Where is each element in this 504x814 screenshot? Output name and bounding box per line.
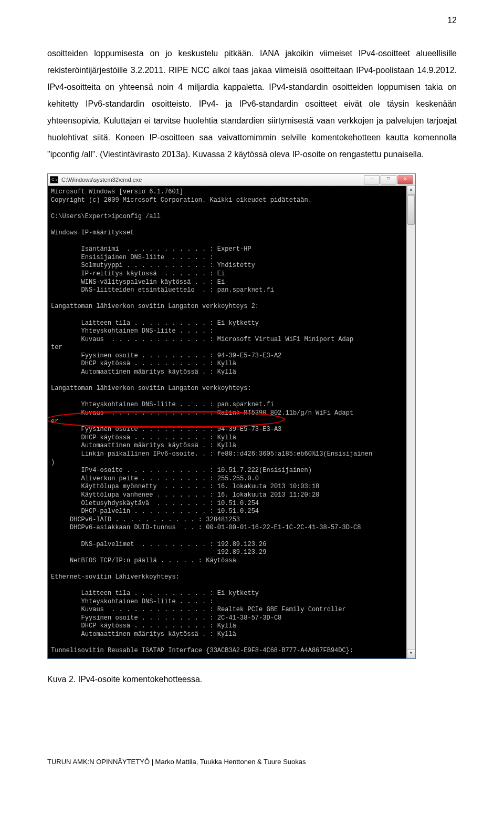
cmd-label: Käyttölupa vanhenee . . . . . . . : <box>51 491 217 499</box>
cmd-label: Yhteyskohtainen DNS-liite . . . . : <box>51 401 217 408</box>
cmd-value: 2C-41-38-57-3D-C8 <box>217 614 281 622</box>
cmd-value: Käytössä <box>206 557 236 564</box>
cmd-titlebar[interactable]: C:\ C:\Windows\system32\cmd.exe — □ ✕ <box>48 174 415 186</box>
cmd-label: Fyysinen osoite . . . . . . . . . : <box>51 426 217 433</box>
cmd-label: DHCP-palvelin . . . . . . . . . . : <box>51 508 217 515</box>
cmd-title-text: C:\Windows\system32\cmd.exe <box>61 176 142 183</box>
cmd-label: Laitteen tila . . . . . . . . . . : <box>51 320 217 327</box>
cmd-label: WINS-välityspalvelin käytössä . . : <box>51 279 217 286</box>
cmd-line: C:\Users\Expert>ipconfig /all <box>51 213 161 220</box>
cmd-value: Kyllä <box>217 360 236 367</box>
cmd-label: Kuvaus . . . . . . . . . . . . . : <box>51 336 217 343</box>
cmd-output: Microsoft Windows [versio 6.1.7601] Copy… <box>48 186 415 658</box>
cmd-label: Linkin paikallinen IPv6-osoite. . : <box>51 450 217 458</box>
cmd-label: Automaattinen määritys käytössä . : <box>51 442 217 449</box>
cmd-value: 10.51.0.254 <box>217 508 259 515</box>
body-paragraph: osoitteiden loppumisesta on jo keskustel… <box>47 45 457 163</box>
cmd-line: Copyright (c) 2009 Microsoft Corporation… <box>51 197 312 204</box>
cmd-label: Oletusyhdyskäytävä . . . . . . . : <box>51 500 217 507</box>
cmd-value: pan.sparknet.fi <box>217 286 274 294</box>
cmd-label: Käyttölupa myönnetty . . . . . . : <box>51 483 217 490</box>
cmd-label: DHCPv6-asiakkaan DUID-tunnus . . : <box>51 524 206 531</box>
cmd-value: fe80::d426:3605:a185:eb60%13(Ensisijaine… <box>217 450 372 458</box>
cmd-label: Yhteyskohtainen DNS-liite . . . . : <box>51 327 214 335</box>
footer: TURUN AMK:N OPINNÄYTETYÖ | Marko Mattila… <box>47 758 457 766</box>
cmd-line: ) <box>51 459 55 466</box>
cmd-line: Tunnelisovitin Reusable ISATAP Interface… <box>51 647 353 654</box>
cmd-label: Fyysinen osoite . . . . . . . . . : <box>51 614 217 622</box>
cmd-line: Microsoft Windows [versio 6.1.7601] <box>51 188 183 195</box>
cmd-title: C:\ C:\Windows\system32\cmd.exe <box>50 176 142 183</box>
cmd-label: DHCP käytössä . . . . . . . . . . : <box>51 360 217 367</box>
cmd-value: Expert-HP <box>217 245 251 253</box>
window-controls: — □ ✕ <box>363 175 413 184</box>
cmd-value: Yhdistetty <box>217 262 255 269</box>
cmd-value: 16. lokakuuta 2013 10:03:18 <box>217 483 319 490</box>
cmd-label: Automaattinen määritys käytössä . : <box>51 631 217 638</box>
cmd-value: 94-39-E5-73-E3-A2 <box>217 352 281 359</box>
cmd-line: Ethernet-sovitin Lähiverkkoyhteys: <box>51 573 180 581</box>
cmd-line: Windows IP-määritykset <box>51 229 134 236</box>
cmd-label: Fyysinen osoite . . . . . . . . . : <box>51 352 217 359</box>
page-number: 12 <box>447 16 457 25</box>
cmd-value: Microsoft Virtual WiFi Miniport Adap <box>217 336 353 343</box>
cmd-label: Solmutyyppi . . . . . . . . . . . : <box>51 262 217 269</box>
cmd-value: Ei <box>217 270 225 277</box>
cmd-label: IP-reititys käytössä . . . . . . : <box>51 270 217 277</box>
cmd-value: 328481253 <box>206 516 240 523</box>
cmd-value: 16. lokakuuta 2013 11:20:28 <box>217 491 319 499</box>
cmd-value: Ralink RT5390 802.11b/g/n WiFi Adapt <box>217 409 353 417</box>
cmd-line: er <box>51 418 58 425</box>
cmd-value: Kyllä <box>217 622 236 630</box>
cmd-value: pan.sparknet.fi <box>217 401 274 408</box>
cmd-label: Yhteyskohtainen DNS-liite . . . . : <box>51 598 214 605</box>
cmd-value: 10.51.0.254 <box>217 500 259 507</box>
cmd-value: 192.89.123.26 <box>217 541 267 548</box>
cmd-label: Automaattinen määritys käytössä . : <box>51 368 217 376</box>
cmd-label: Kuvaus . . . . . . . . . . . . . : <box>51 409 217 417</box>
cmd-label: Laitteen tila . . . . . . . . . . : <box>51 590 217 597</box>
cmd-label: DNS-palvelimet . . . . . . . . . : <box>51 541 217 548</box>
cmd-label: Aliverkon peite . . . . . . . . . : <box>51 475 217 482</box>
cmd-value: Kyllä <box>217 442 236 449</box>
cmd-label: NetBIOS TCP/IP:n päällä . . . . . : <box>51 557 206 564</box>
cmd-value: 94-39-E5-73-E3-A3 <box>217 426 281 433</box>
document-page: 12 osoitteiden loppumisesta on jo keskus… <box>0 0 504 794</box>
cmd-label: Ensisijainen DNS-liite . . . . . : <box>51 254 214 261</box>
cmd-value: Ei <box>217 279 225 286</box>
cmd-value: Ei kytketty <box>217 590 259 597</box>
cmd-label: DHCP käytössä . . . . . . . . . . : <box>51 622 217 630</box>
cmd-value: 255.255.0.0 <box>217 475 259 482</box>
cmd-label: Isäntänimi . . . . . . . . . . . : <box>51 245 217 253</box>
cmd-line: Langattoman lähiverkon sovitin Langaton … <box>51 303 259 310</box>
cmd-value: Realtek PCIe GBE Family Controller <box>217 606 346 613</box>
maximize-button[interactable]: □ <box>381 175 396 184</box>
cmd-value: 192.89.123.29 <box>51 549 266 556</box>
close-button[interactable]: ✕ <box>397 175 413 184</box>
cmd-label: DHCP käytössä . . . . . . . . . . : <box>51 434 217 441</box>
minimize-button[interactable]: — <box>364 175 380 184</box>
cmd-label: DHCPv6-IAID . . . . . . . . . . . : <box>51 516 206 523</box>
cmd-label: DNS-liitteiden etsintäluettelo . : <box>51 286 217 294</box>
cmd-label: IPv4-osoite . . . . . . . . . . . : <box>51 467 217 474</box>
cmd-value: Ei kytketty <box>217 320 259 327</box>
cmd-window: C:\ C:\Windows\system32\cmd.exe — □ ✕ ▲ … <box>47 173 416 659</box>
cmd-line: Langattoman lähiverkon sovitin Langaton … <box>51 385 251 392</box>
cmd-line: ter <box>51 344 62 351</box>
cmd-label: Kuvaus . . . . . . . . . . . . . : <box>51 606 217 613</box>
cmd-value: Kyllä <box>217 434 236 441</box>
cmd-value: 10.51.7.222(Ensisijainen) <box>217 467 312 474</box>
cmd-value: 00-01-00-01-16-22-E1-1C-2C-41-38-57-3D-C… <box>206 524 361 531</box>
cmd-value: Kyllä <box>217 631 236 638</box>
cmd-icon: C:\ <box>50 176 58 183</box>
cmd-value: Kyllä <box>217 368 236 376</box>
figure-caption: Kuva 2. IPv4-osoite komentokehotteessa. <box>47 675 457 684</box>
